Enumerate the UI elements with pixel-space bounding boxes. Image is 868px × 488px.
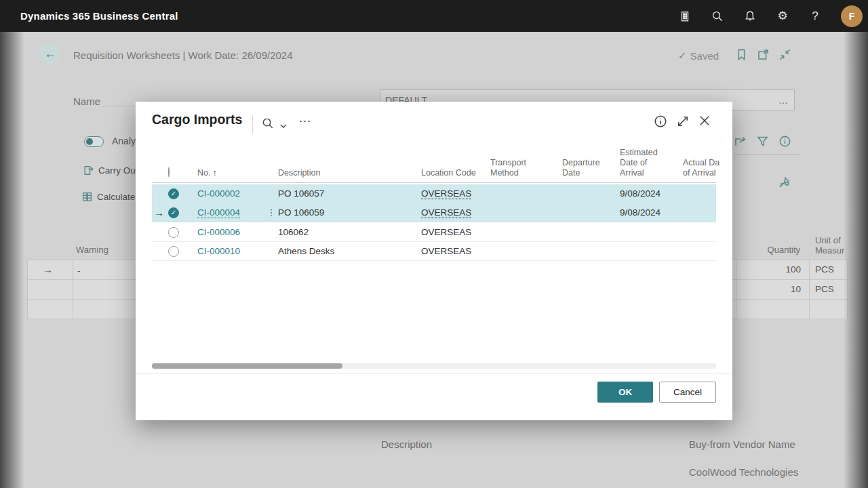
saved-label: Saved <box>690 50 719 62</box>
carry-out-label: Carry Out <box>98 165 138 176</box>
table-row[interactable]: → CI-000002 PO 106057 OVERSEAS 9/08/2024 <box>152 184 716 203</box>
record-no-link[interactable]: CI-000002 <box>190 188 264 199</box>
row-checkbox[interactable] <box>168 188 179 199</box>
table-row[interactable]: → CI-000006 106062 OVERSEAS <box>152 223 716 242</box>
quantity-cell[interactable]: 10 <box>736 284 801 294</box>
pin-icon[interactable] <box>777 176 790 188</box>
description-cell[interactable]: 106062 <box>278 227 421 237</box>
share-icon[interactable] <box>734 135 747 148</box>
description-footer-label: Description <box>381 439 432 450</box>
description-cell[interactable]: Athens Desks <box>278 246 421 256</box>
warning-cell[interactable]: - <box>77 266 81 276</box>
quantity-column-header[interactable]: Quantity <box>736 245 800 255</box>
location-code-link[interactable]: OVERSEAS <box>421 188 489 199</box>
back-arrow-icon: ← <box>44 47 56 61</box>
company-icon[interactable] <box>678 9 692 23</box>
help-icon[interactable]: ? <box>808 9 822 23</box>
unit-of-measure-column-header[interactable]: Unit of Measur <box>815 235 844 256</box>
calculate-icon <box>81 191 93 203</box>
expand-icon[interactable] <box>676 115 690 128</box>
record-no-link[interactable]: CI-000006 <box>190 227 264 237</box>
list-header-row: No.↑ Description Location Code Transport… <box>152 148 716 183</box>
app-top-bar: Dynamics 365 Business Central ⚙ ? F <box>0 0 868 32</box>
right-edge-shadow <box>844 32 868 488</box>
table-row[interactable]: → CI-000004 ⋮ PO 106059 OVERSEAS 9/08/20… <box>152 203 716 222</box>
app-title: Dynamics 365 Business Central <box>20 10 178 22</box>
current-row-arrow: → <box>152 207 168 218</box>
column-header-departure-date[interactable]: DepartureDate <box>561 158 618 178</box>
buy-from-vendor-value: CoolWood Technologies <box>689 466 798 478</box>
column-header-description[interactable]: Description <box>278 168 421 178</box>
warning-column-header[interactable]: Warning <box>76 245 108 255</box>
buy-from-vendor-label: Buy-from Vendor Name <box>689 439 795 450</box>
analyze-toggle-label: Analy <box>112 136 136 146</box>
uom-cell[interactable]: PCS <box>815 264 834 274</box>
calculate-label: Calculate <box>97 192 135 202</box>
divider <box>734 154 799 155</box>
record-no-link[interactable]: CI-000004 <box>190 207 264 218</box>
row-menu-icon[interactable]: ⋮ <box>264 207 278 218</box>
screen: Dynamics 365 Business Central ⚙ ? F ← Re… <box>0 0 868 488</box>
carry-out-action[interactable]: Carry Out <box>83 165 138 176</box>
chevron-down-icon[interactable] <box>277 119 290 133</box>
location-code-link[interactable]: OVERSEAS <box>421 227 489 237</box>
location-code-link[interactable]: OVERSEAS <box>421 207 489 218</box>
column-header-location-code[interactable]: Location Code <box>421 168 489 178</box>
row-checkbox[interactable] <box>168 246 179 257</box>
open-in-window-icon[interactable] <box>757 48 770 61</box>
column-header-no[interactable]: No.↑ <box>190 168 264 178</box>
row-checkbox[interactable] <box>168 227 179 238</box>
save-status: ✓ Saved <box>678 49 719 62</box>
select-all-radio[interactable] <box>168 167 170 178</box>
analyze-toggle[interactable] <box>84 136 104 147</box>
notifications-icon[interactable] <box>743 9 757 23</box>
scrollbar-thumb[interactable] <box>152 363 342 369</box>
info-icon[interactable] <box>654 115 667 128</box>
column-header-estimated-date-of-arrival[interactable]: EstimatedDate ofArrival <box>618 148 682 178</box>
back-button[interactable]: ← <box>39 43 61 64</box>
more-options-icon[interactable]: … <box>298 110 313 125</box>
page-action-icons <box>734 135 791 148</box>
left-edge-shadow <box>0 32 24 488</box>
user-avatar[interactable]: F <box>841 5 863 27</box>
sort-ascending-icon: ↑ <box>212 168 216 178</box>
divider <box>136 373 732 373</box>
carry-out-icon <box>83 165 94 176</box>
table-row[interactable]: → CI-000010 Athens Desks OVERSEAS <box>152 242 716 261</box>
toggle-thumb <box>86 138 93 145</box>
description-cell[interactable]: PO 106059 <box>278 207 421 218</box>
assist-edit-ellipsis[interactable]: … <box>778 95 789 106</box>
description-cell[interactable]: PO 106057 <box>278 188 421 199</box>
estimated-arrival-cell[interactable]: 9/08/2024 <box>618 207 682 218</box>
filter-icon[interactable] <box>756 135 769 148</box>
row-checkbox[interactable] <box>168 207 179 218</box>
collapse-icon[interactable] <box>778 48 791 61</box>
search-icon[interactable] <box>711 9 724 23</box>
close-icon[interactable] <box>698 114 711 127</box>
horizontal-scrollbar[interactable] <box>152 363 716 369</box>
cargo-imports-dialog: Cargo Imports … No.↑ Description Locatio <box>136 102 732 420</box>
dialog-title: Cargo Imports <box>152 112 242 127</box>
cancel-button[interactable]: Cancel <box>659 382 716 403</box>
current-row-arrow: → <box>43 264 53 275</box>
quantity-cell[interactable]: 100 <box>736 264 801 274</box>
location-code-link[interactable]: OVERSEAS <box>421 246 489 256</box>
ok-button[interactable]: OK <box>597 382 653 403</box>
bookmark-icon[interactable] <box>735 48 748 61</box>
estimated-arrival-cell[interactable]: 9/08/2024 <box>618 188 682 199</box>
breadcrumb: Requisition Worksheets | Work Date: 26/0… <box>73 49 293 61</box>
uom-cell[interactable]: PCS <box>815 284 834 294</box>
saved-check-icon: ✓ <box>678 49 687 62</box>
search-icon[interactable] <box>261 117 275 130</box>
info-icon[interactable] <box>778 135 791 148</box>
divider <box>252 115 253 134</box>
settings-gear-icon[interactable]: ⚙ <box>776 9 789 23</box>
record-no-link[interactable]: CI-000010 <box>190 246 264 256</box>
name-field-label: Name <box>73 96 100 107</box>
column-header-actual-date-of-arrival[interactable]: Actual Daof Arrival <box>682 158 719 178</box>
calculate-action[interactable]: Calculate <box>81 191 135 203</box>
column-header-transport-method[interactable]: TransportMethod <box>489 158 561 178</box>
